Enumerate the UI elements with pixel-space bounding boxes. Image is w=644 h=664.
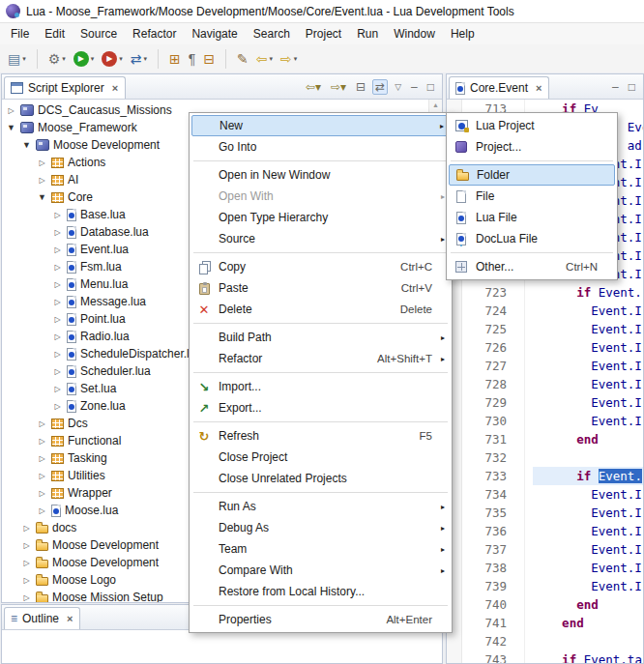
collapsed-arrow-icon[interactable]: ▷ bbox=[52, 367, 63, 376]
profile-button[interactable]: ▶▾ bbox=[99, 49, 126, 69]
context-menu-item-refresh[interactable]: ↻RefreshF5 bbox=[191, 425, 450, 447]
collapsed-arrow-icon[interactable]: ▷ bbox=[52, 350, 63, 359]
tab-script-explorer[interactable]: Script Explorer × bbox=[4, 76, 126, 99]
line-number-733[interactable]: 733 bbox=[462, 467, 507, 485]
maximize-icon[interactable]: □ bbox=[626, 79, 638, 95]
line-number-735[interactable]: 735 bbox=[462, 504, 507, 522]
collapse-all-icon[interactable]: ⊟ bbox=[353, 79, 368, 95]
collapsed-arrow-icon[interactable]: ▷ bbox=[37, 176, 47, 185]
code-line-735[interactable]: Event.I bbox=[533, 504, 643, 522]
close-icon[interactable]: × bbox=[112, 82, 118, 94]
context-menu-item-team[interactable]: Team▸ bbox=[191, 538, 450, 560]
code-line-734[interactable]: Event.I bbox=[533, 485, 643, 504]
collapsed-arrow-icon[interactable]: ▷ bbox=[52, 263, 63, 272]
code-line-738[interactable]: Event.I bbox=[533, 559, 643, 577]
collapsed-arrow-icon[interactable]: ▷ bbox=[21, 559, 32, 567]
table-display-button[interactable]: ⊟ bbox=[200, 50, 218, 68]
expanded-arrow-icon[interactable]: ▼ bbox=[21, 140, 32, 150]
code-line-737[interactable]: Event.I bbox=[533, 540, 643, 559]
attach-debugger-button[interactable]: ⇄▾ bbox=[128, 50, 150, 68]
menubar-item-source[interactable]: Source bbox=[73, 24, 125, 43]
last-edit-location-button[interactable]: ✎ bbox=[234, 50, 251, 68]
expanded-arrow-icon[interactable]: ▼ bbox=[6, 123, 16, 132]
code-line-742[interactable] bbox=[533, 632, 643, 650]
line-number-727[interactable]: 727 bbox=[462, 357, 507, 375]
new-submenu-item-lua-file[interactable]: Lua File bbox=[449, 207, 615, 228]
collapsed-arrow-icon[interactable]: ▷ bbox=[37, 489, 47, 498]
menubar-item-search[interactable]: Search bbox=[246, 24, 298, 43]
close-icon[interactable]: × bbox=[67, 613, 73, 624]
collapsed-arrow-icon[interactable]: ▷ bbox=[37, 437, 47, 446]
collapsed-arrow-icon[interactable]: ▷ bbox=[52, 315, 63, 324]
collapsed-arrow-icon[interactable]: ▷ bbox=[52, 298, 63, 306]
code-line-743[interactable]: if Event.ta bbox=[533, 650, 643, 663]
code-line-724[interactable]: Event.I bbox=[533, 302, 643, 320]
menubar-item-project[interactable]: Project bbox=[298, 24, 349, 43]
menubar-item-run[interactable]: Run bbox=[349, 24, 386, 43]
collapsed-arrow-icon[interactable]: ▷ bbox=[52, 211, 63, 219]
collapsed-arrow-icon[interactable]: ▷ bbox=[37, 454, 47, 463]
scroll-up-icon[interactable]: ▲ bbox=[429, 101, 442, 108]
context-menu-item-close-project[interactable]: Close Project bbox=[191, 447, 450, 468]
context-menu-item-close-unrelated-projects[interactable]: Close Unrelated Projects bbox=[191, 468, 450, 489]
collapsed-arrow-icon[interactable]: ▷ bbox=[21, 576, 32, 585]
line-number-724[interactable]: 724 bbox=[462, 302, 507, 320]
tab-core-event[interactable]: Core.Event × bbox=[449, 76, 549, 99]
context-menu-item-new[interactable]: New▸ bbox=[191, 115, 450, 136]
collapsed-arrow-icon[interactable]: ▷ bbox=[6, 106, 16, 115]
new-lua-table-button[interactable]: ⊞ bbox=[166, 50, 184, 68]
context-menu-item-open-with[interactable]: Open With▸ bbox=[191, 186, 450, 207]
line-number-732[interactable]: 732 bbox=[462, 448, 507, 467]
view-menu-icon[interactable]: ▽ bbox=[392, 79, 404, 95]
code-line-741[interactable]: end bbox=[533, 614, 643, 632]
code-line-733[interactable]: if Event. bbox=[533, 467, 643, 485]
collapsed-arrow-icon[interactable]: ▷ bbox=[52, 280, 63, 289]
back-icon[interactable]: ⇦▾ bbox=[303, 79, 324, 95]
line-number-730[interactable]: 730 bbox=[462, 412, 507, 430]
debug-configurations-button[interactable]: ⚙▾ bbox=[45, 50, 69, 68]
line-number-743[interactable]: 743 bbox=[462, 650, 507, 663]
line-number-742[interactable]: 742 bbox=[462, 632, 507, 650]
line-number-740[interactable]: 740 bbox=[462, 595, 507, 614]
context-menu-item-copy[interactable]: CopyCtrl+C bbox=[191, 256, 450, 277]
line-number-725[interactable]: 725 bbox=[462, 320, 507, 338]
maximize-icon[interactable]: □ bbox=[424, 79, 437, 95]
code-line-727[interactable]: Event.I bbox=[533, 357, 643, 375]
line-number-741[interactable]: 741 bbox=[462, 614, 507, 632]
minimize-icon[interactable]: – bbox=[408, 79, 421, 95]
collapsed-arrow-icon[interactable]: ▷ bbox=[52, 245, 63, 254]
run-button[interactable]: ▶▾ bbox=[71, 49, 98, 69]
code-line-739[interactable]: Event.I bbox=[533, 577, 643, 595]
context-menu-item-debug-as[interactable]: Debug As▸ bbox=[191, 517, 450, 538]
collapsed-arrow-icon[interactable]: ▷ bbox=[37, 506, 47, 515]
new-submenu-item-other[interactable]: Other...Ctrl+N bbox=[449, 256, 615, 277]
collapsed-arrow-icon[interactable]: ▷ bbox=[37, 419, 47, 428]
minimize-icon[interactable]: – bbox=[609, 79, 622, 95]
code-line-726[interactable]: Event.I bbox=[533, 338, 643, 357]
close-icon[interactable]: × bbox=[536, 82, 542, 94]
line-number-734[interactable]: 734 bbox=[462, 485, 507, 504]
context-menu-item-open-type-hierarchy[interactable]: Open Type Hierarchy bbox=[191, 207, 450, 228]
collapsed-arrow-icon[interactable]: ▷ bbox=[21, 593, 32, 602]
line-number-723[interactable]: 723 bbox=[462, 283, 507, 302]
tab-outline[interactable]: ≡ Outline × bbox=[4, 607, 80, 629]
collapsed-arrow-icon[interactable]: ▷ bbox=[21, 541, 32, 550]
context-menu-item-export[interactable]: ↗Export... bbox=[191, 397, 450, 419]
line-number-737[interactable]: 737 bbox=[462, 540, 507, 559]
line-number-729[interactable]: 729 bbox=[462, 393, 507, 412]
menubar-item-file[interactable]: File bbox=[3, 24, 37, 43]
collapsed-arrow-icon[interactable]: ▷ bbox=[52, 402, 63, 411]
code-line-723[interactable]: if Event. bbox=[533, 283, 643, 302]
code-line-732[interactable] bbox=[533, 448, 643, 467]
code-line-729[interactable]: Event.I bbox=[533, 393, 643, 412]
new-wizard-button[interactable]: ▤▾ bbox=[5, 50, 29, 68]
context-menu-item-properties[interactable]: PropertiesAlt+Enter bbox=[191, 609, 450, 630]
collapsed-arrow-icon[interactable]: ▷ bbox=[52, 228, 63, 237]
code-line-731[interactable]: end bbox=[533, 430, 643, 448]
context-menu-item-refactor[interactable]: RefactorAlt+Shift+T▸ bbox=[191, 348, 450, 369]
new-submenu-item-doclua-file[interactable]: DocLua File bbox=[449, 228, 615, 249]
context-menu-item-paste[interactable]: PasteCtrl+V bbox=[191, 277, 450, 299]
new-submenu-item-lua-project[interactable]: Lua Project bbox=[449, 115, 615, 136]
collapsed-arrow-icon[interactable]: ▷ bbox=[52, 385, 63, 393]
context-menu-item-import[interactable]: ↘Import... bbox=[191, 376, 450, 397]
